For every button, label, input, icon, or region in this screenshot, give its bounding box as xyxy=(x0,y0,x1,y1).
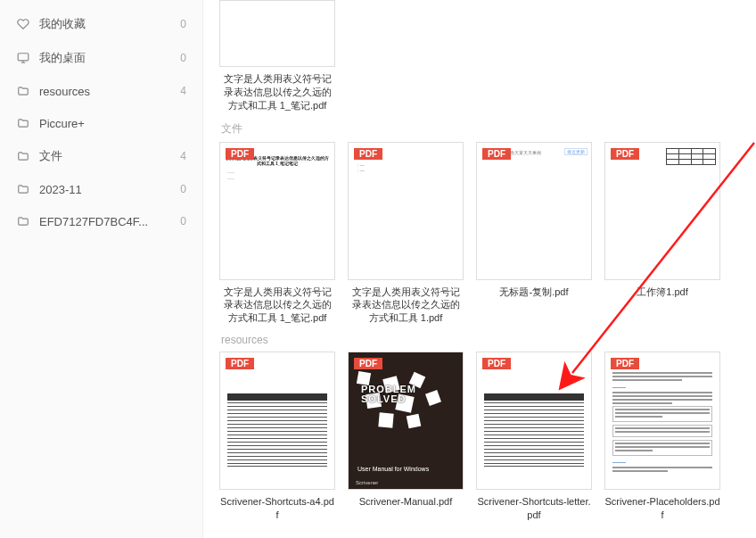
file-thumbnail: PDF PROBLEM SOLVED User Manual for Windo… xyxy=(348,352,464,490)
sidebar-item-label: 文件 xyxy=(39,148,180,164)
file-thumbnail xyxy=(219,0,335,67)
file-thumbnail: PDF ——— ——— xyxy=(604,352,720,490)
file-thumbnail: PDF : —: — xyxy=(348,142,464,280)
sidebar-item-count: 0 xyxy=(180,18,186,30)
heart-icon xyxy=(16,17,30,31)
folder-icon xyxy=(16,116,30,130)
file-name: Scrivener-Shortcuts-a4.pdf xyxy=(219,495,335,522)
thumb-table xyxy=(666,148,716,165)
desktop-icon xyxy=(16,51,30,65)
file-name: Scrivener-Manual.pdf xyxy=(348,495,464,509)
file-name: Scrivener-Shortcuts-letter.pdf xyxy=(476,495,592,522)
sidebar-item-label: 我的收藏 xyxy=(39,16,180,32)
sidebar-item-label: Piccure+ xyxy=(39,117,186,130)
thumb-title: PROBLEM SOLVED xyxy=(361,385,450,404)
thumb-subtitle: User Manual for Windows xyxy=(357,466,429,473)
file-name: 工作簿1.pdf xyxy=(604,286,720,299)
sidebar-item-2023-11[interactable]: 2023-11 0 xyxy=(0,173,202,205)
folder-icon xyxy=(16,149,30,163)
file-card[interactable]: 文字是人类用表义符号记录表达信息以传之久远的方式和工具 1_笔记.pdf xyxy=(219,0,335,112)
sidebar: 我的收藏 0 我的桌面 0 resources 4 Piccure+ 文件 4 … xyxy=(0,0,203,538)
pdf-badge: PDF xyxy=(226,148,254,160)
file-card[interactable]: PDF PROBLEM SOLVED User Manual for Windo… xyxy=(348,352,464,522)
resources-grid: PDF Scrivener-Shortcuts-a4.pdf PDF xyxy=(219,352,747,522)
thumb-brand: Scrivener xyxy=(356,480,378,485)
file-card[interactable]: PDF Scrivener-Shortcuts-letter.pdf xyxy=(476,352,592,522)
sidebar-item-label: EFD7127FD7BC4F... xyxy=(39,215,180,228)
folder-icon xyxy=(16,214,30,228)
sidebar-item-resources[interactable]: resources 4 xyxy=(0,75,202,107)
pdf-badge: PDF xyxy=(226,358,254,369)
file-card[interactable]: PDF : —: — 文字是人类用表义符号记录表达信息以传之久远的方式和工具 1… xyxy=(348,142,464,326)
svg-rect-0 xyxy=(18,54,29,61)
file-card[interactable]: PDF Scrivener-Shortcuts-a4.pdf xyxy=(219,352,335,522)
file-name: 文字是人类用表义符号记录表达信息以传之久远的方式和工具 1.pdf xyxy=(348,286,464,326)
sidebar-item-files[interactable]: 文件 4 xyxy=(0,139,202,173)
sidebar-item-count: 0 xyxy=(180,52,186,64)
file-card[interactable]: PDF 文字是人类用表义符号记录表达信息以传之久远的方式和工具 1_笔记笔记 —… xyxy=(219,142,335,326)
thumb-table xyxy=(227,393,327,467)
files-grid: PDF 文字是人类用表义符号记录表达信息以传之久远的方式和工具 1_笔记笔记 —… xyxy=(219,142,747,326)
main-content: 文字是人类用表义符号记录表达信息以传之久远的方式和工具 1_笔记.pdf 文件 … xyxy=(203,0,756,538)
file-thumbnail: PDF 文字是人类用表义符号记录表达信息以传之久远的方式和工具 1_笔记笔记 —… xyxy=(219,142,335,280)
pdf-badge: PDF xyxy=(611,148,639,160)
thumb-text: —— xyxy=(227,176,327,180)
thumb-body: ——— ——— xyxy=(605,352,719,489)
sidebar-item-favorites[interactable]: 我的收藏 0 xyxy=(0,7,202,41)
sidebar-item-piccure[interactable]: Piccure+ xyxy=(0,107,202,139)
file-thumbnail: PDF xyxy=(476,352,592,490)
pdf-badge: PDF xyxy=(354,358,382,369)
pdf-badge: PDF xyxy=(482,358,511,369)
folder-icon xyxy=(16,84,30,98)
thumb-text: —— xyxy=(227,170,327,174)
folder-icon xyxy=(16,182,30,196)
sidebar-item-label: 我的桌面 xyxy=(39,50,180,66)
file-name: 文字是人类用表义符号记录表达信息以传之久远的方式和工具 1_笔记.pdf xyxy=(219,72,335,112)
file-thumbnail: PDF xyxy=(219,352,335,490)
sidebar-item-count: 4 xyxy=(180,85,186,97)
file-thumbnail: PDF ，当天某天天事例 最近更新 xyxy=(476,142,592,280)
sidebar-item-count: 4 xyxy=(180,150,186,162)
pdf-badge: PDF xyxy=(354,148,382,160)
sidebar-item-desktop[interactable]: 我的桌面 0 xyxy=(0,41,202,75)
file-name: 无标题-复制.pdf xyxy=(476,286,592,299)
sidebar-item-label: resources xyxy=(39,85,180,98)
section-title-resources: resources xyxy=(221,334,747,346)
thumb-note: ，当天某天天事例 xyxy=(505,150,541,155)
section-title-files: 文件 xyxy=(221,121,747,137)
file-name: 文字是人类用表义符号记录表达信息以传之久远的方式和工具 1_笔记.pdf xyxy=(219,286,335,326)
sidebar-item-count: 0 xyxy=(180,215,186,228)
sidebar-item-count: 0 xyxy=(180,183,186,195)
sidebar-item-efd[interactable]: EFD7127FD7BC4F... 0 xyxy=(0,205,202,237)
sidebar-item-label: 2023-11 xyxy=(39,183,180,196)
file-card[interactable]: PDF ——— ——— Scrivener-Placeholders.pdf xyxy=(604,352,720,522)
file-card[interactable]: PDF ，当天某天天事例 最近更新 无标题-复制.pdf xyxy=(476,142,592,326)
file-thumbnail: PDF xyxy=(604,142,720,280)
file-card[interactable]: PDF 工作簿1.pdf xyxy=(604,142,720,326)
file-name: Scrivener-Placeholders.pdf xyxy=(604,495,720,522)
thumb-table xyxy=(484,393,584,467)
thumb-chip: 最近更新 xyxy=(564,148,588,155)
